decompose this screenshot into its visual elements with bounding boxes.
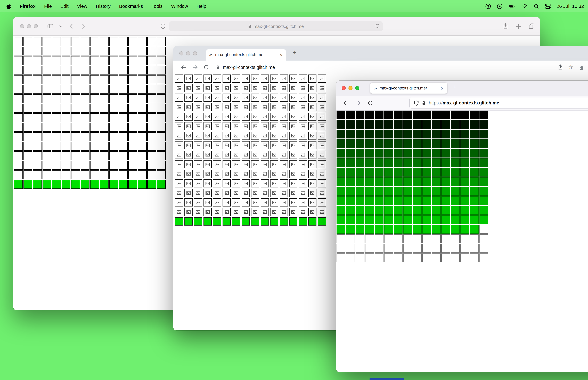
firefox-active-tab[interactable]: ∞ max-gl-contexts.glitch.me/ × <box>370 83 447 94</box>
sidebar-icon[interactable] <box>47 23 54 29</box>
desktop: Firefox File Edit View History Bookmarks… <box>0 0 588 380</box>
address-bar[interactable]: max-gl-contexts.glitch.me <box>169 21 383 31</box>
close-button[interactable] <box>342 86 346 90</box>
zoom-button[interactable] <box>193 51 197 56</box>
share-icon[interactable] <box>503 23 508 29</box>
broken-canvas-cell <box>318 94 326 102</box>
canvas-cell-colored <box>432 215 441 224</box>
close-button[interactable] <box>20 24 24 28</box>
back-icon[interactable] <box>69 23 74 29</box>
zoom-button[interactable] <box>34 24 38 28</box>
broken-image-icon <box>225 181 229 185</box>
menu-item-tools[interactable]: Tools <box>152 3 162 9</box>
canvas-cell-white <box>23 85 32 94</box>
reload-icon[interactable] <box>204 64 209 70</box>
canvas-cell-white <box>52 123 61 132</box>
canvas-cell-white <box>62 152 70 160</box>
broken-canvas-cell <box>194 208 202 216</box>
svg-text:G: G <box>487 4 489 8</box>
back-icon[interactable] <box>343 100 349 106</box>
share-icon[interactable] <box>558 64 563 70</box>
broken-canvas-cell <box>261 189 269 197</box>
lock-icon[interactable] <box>216 65 220 70</box>
broken-image-icon <box>291 162 295 166</box>
canvas-cell-colored <box>337 168 345 177</box>
menu-item-help[interactable]: Help <box>196 3 206 9</box>
tracking-shield-icon[interactable] <box>414 100 419 106</box>
broken-image-icon <box>272 181 276 185</box>
canvas-cell-colored <box>413 225 422 234</box>
canvas-cell-colored <box>451 225 460 234</box>
play-status-icon[interactable] <box>497 3 502 9</box>
reload-icon[interactable] <box>375 23 380 29</box>
control-center-icon[interactable] <box>545 3 551 9</box>
lock-icon[interactable] <box>422 100 426 105</box>
forward-icon[interactable] <box>81 23 86 29</box>
menu-item-view[interactable]: View <box>77 3 87 9</box>
url-text[interactable]: max-gl-contexts.glitch.me <box>223 65 275 70</box>
tab-overview-icon[interactable] <box>529 23 534 29</box>
canvas-cell-colored <box>365 168 374 177</box>
address-bar[interactable]: https://max-gl-contexts.glitch.me <box>409 97 588 108</box>
minimize-button[interactable] <box>186 51 190 56</box>
wifi-icon[interactable] <box>521 4 528 8</box>
broken-image-icon <box>225 143 229 147</box>
spotlight-search-icon[interactable] <box>533 3 539 9</box>
canvas-cell-white <box>14 123 23 132</box>
canvas-cell-white <box>365 234 374 243</box>
canvas-cell-white <box>90 85 99 94</box>
broken-canvas-cell <box>270 84 278 92</box>
forward-icon[interactable] <box>355 100 361 106</box>
close-button[interactable] <box>179 51 183 56</box>
bookmark-star-icon[interactable]: ☆ <box>568 64 573 70</box>
menu-item-window[interactable]: Window <box>171 3 188 9</box>
tab-close-icon[interactable]: × <box>441 86 444 91</box>
zoom-button[interactable] <box>355 86 359 90</box>
canvas-cell-colored <box>460 206 469 215</box>
chrome-active-tab[interactable]: ∞ max-gl-contexts.glitch.me × <box>206 49 286 60</box>
chevron-down-icon[interactable] <box>59 24 63 28</box>
reload-icon[interactable] <box>367 100 373 106</box>
menu-item-file[interactable]: File <box>44 3 52 9</box>
menu-app-name[interactable]: Firefox <box>20 3 36 9</box>
canvas-cell-colored <box>432 206 441 215</box>
back-icon[interactable] <box>181 64 187 70</box>
extensions-puzzle-icon[interactable] <box>578 64 584 70</box>
forward-icon[interactable] <box>192 64 198 70</box>
canvas-cell-white <box>109 47 118 56</box>
canvas-cell-white <box>14 85 23 94</box>
canvas-cell-white <box>23 152 32 160</box>
canvas-cell-colored <box>375 177 383 186</box>
menu-item-edit[interactable]: Edit <box>60 3 69 9</box>
broken-image-icon <box>177 134 181 138</box>
broken-canvas-cell <box>280 113 288 121</box>
privacy-shield-icon[interactable] <box>160 23 166 29</box>
broken-image-icon <box>272 191 276 195</box>
menu-bar-clock[interactable]: 26 Jul 10:32 <box>556 3 584 9</box>
minimize-button[interactable] <box>27 24 31 28</box>
broken-image-icon <box>272 95 276 100</box>
broken-image-icon <box>253 95 257 100</box>
canvas-cell-colored <box>470 158 479 167</box>
tab-close-icon[interactable]: × <box>280 52 283 57</box>
broken-canvas-cell <box>318 141 326 149</box>
menu-item-history[interactable]: History <box>96 3 111 9</box>
hidden-window-edge[interactable] <box>370 378 404 380</box>
canvas-cell-white <box>470 253 479 262</box>
apple-menu-icon[interactable] <box>6 3 11 9</box>
broken-canvas-cell <box>223 151 231 159</box>
broken-canvas-cell <box>270 75 278 83</box>
canvas-cell-colored <box>346 177 355 186</box>
google-g-status-icon[interactable]: G <box>485 3 491 9</box>
canvas-cell-white <box>138 152 147 160</box>
menu-item-bookmarks[interactable]: Bookmarks <box>119 3 143 9</box>
broken-image-icon <box>263 162 267 166</box>
minimize-button[interactable] <box>348 86 353 90</box>
canvas-cell-colored <box>413 168 422 177</box>
canvas-cell-green <box>194 217 202 226</box>
new-tab-button[interactable]: + <box>293 50 296 56</box>
new-tab-button[interactable]: + <box>453 84 457 90</box>
battery-icon[interactable] <box>508 3 516 9</box>
new-tab-icon[interactable] <box>516 23 521 29</box>
canvas-cell-white <box>119 161 128 170</box>
